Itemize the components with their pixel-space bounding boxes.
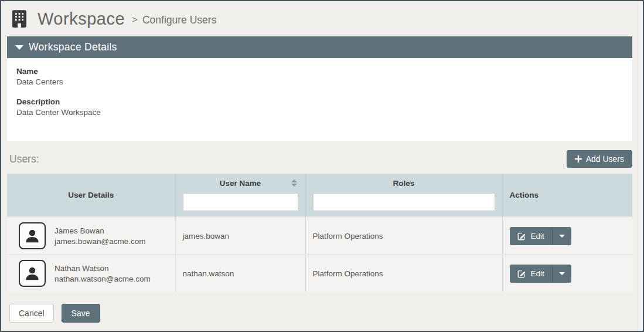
edit-button[interactable]: Edit [510,265,552,283]
collapse-caret-icon[interactable] [15,45,23,50]
name-label: Name [16,67,623,76]
user-avatar-icon [19,222,46,249]
user-name-filter-input[interactable] [183,193,298,211]
breadcrumb: Configure Users [142,14,216,26]
column-header-user-details: User Details [7,174,175,217]
edit-dropdown-toggle[interactable] [552,265,571,283]
top-bar: Workspace > Configure Users [1,1,643,36]
description-value: Data Center Workspace [16,108,623,117]
description-label: Description [16,97,623,106]
user-email: james.bowan@acme.com [54,237,146,246]
edit-button-label: Edit [531,232,544,240]
user-full-name: James Bowan [54,226,146,235]
user-name-header-label: User Name [220,179,261,188]
caret-down-icon [559,235,565,238]
edit-button[interactable]: Edit [510,227,552,245]
add-users-button[interactable]: Add Users [567,150,632,168]
table-row: Nathan Watson nathan.watson@acme.com nat… [7,255,632,292]
workspace-details-body: Name Data Centers Description Data Cente… [7,58,632,141]
roles-cell: Platform Operations [305,217,502,255]
user-avatar-icon [19,260,46,287]
column-header-user-name[interactable]: User Name [175,174,305,217]
workspace-details-title: Workspace Details [29,41,117,53]
roles-cell: Platform Operations [305,255,502,292]
user-details-cell: Nathan Watson nathan.watson@acme.com [14,260,168,287]
description-field: Description Data Center Workspace [16,97,623,117]
roles-header-label: Roles [393,179,415,188]
page-title: Workspace [38,9,125,29]
caret-down-icon [559,272,565,275]
table-row: James Bowan james.bowan@acme.com james.b… [7,217,632,255]
edit-dropdown-toggle[interactable] [552,227,571,245]
plus-icon [575,155,582,162]
name-field: Name Data Centers [16,67,623,86]
scrollbar-gutter [638,1,643,331]
column-header-roles: Roles [305,174,502,217]
user-email: nathan.watson@acme.com [54,275,151,283]
cancel-button[interactable]: Cancel [9,304,54,323]
table-header-row: User Details User Name Roles [7,174,632,217]
add-users-label: Add Users [586,155,624,163]
name-value: Data Centers [16,77,623,86]
users-section-label: Users: [9,153,39,165]
edit-button-label: Edit [531,269,544,278]
edit-pencil-icon [517,232,526,240]
edit-pencil-icon [517,269,526,278]
user-name-cell: nathan.watson [175,255,305,292]
breadcrumb-separator: > [132,14,138,26]
users-table: User Details User Name Roles [7,174,632,292]
save-button[interactable]: Save [62,304,100,323]
edit-split-button: Edit [510,227,571,245]
workspace-details-header[interactable]: Workspace Details [7,36,632,58]
roles-filter-input[interactable] [313,193,495,211]
sort-icon[interactable] [291,179,297,188]
edit-split-button: Edit [510,265,571,283]
users-bar: Users: Add Users [9,150,632,168]
user-name-cell: james.bowan [175,217,305,255]
column-header-actions: Actions [502,174,632,217]
building-icon [9,9,29,29]
user-details-cell: James Bowan james.bowan@acme.com [14,222,168,249]
user-full-name: Nathan Watson [54,264,151,273]
main-content: Workspace Details Name Data Centers Desc… [7,36,632,323]
workspace-window: Workspace > Configure Users Workspace De… [0,0,644,332]
footer-actions: Cancel Save [9,304,632,323]
